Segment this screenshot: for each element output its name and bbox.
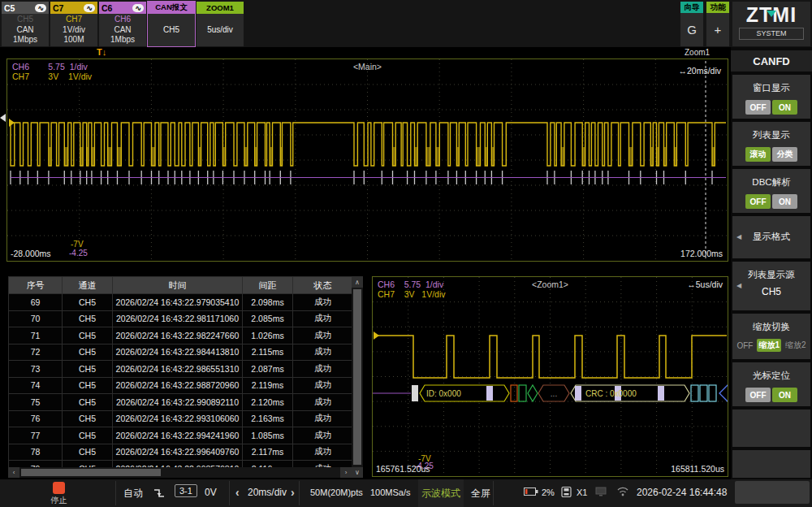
- toggle-option-OFF[interactable]: OFF: [745, 388, 771, 402]
- sidebar-panel-3[interactable]: DBC解析OFFON: [732, 169, 810, 213]
- function-button[interactable]: 功能 +: [706, 2, 729, 46]
- scroll-down-icon[interactable]: ∨: [352, 467, 363, 478]
- table-cell: 77: [9, 427, 63, 444]
- table-cell: CH5: [63, 378, 113, 394]
- table-row[interactable]: 78CH52026/02/24 16:43:22.9964097602.117m…: [9, 444, 352, 462]
- panel-label: 光标定位: [732, 370, 810, 382]
- scroll-right-icon[interactable]: ›: [340, 467, 352, 478]
- toggle-option-ON[interactable]: ON: [772, 194, 797, 209]
- toggle-option-ON[interactable]: ON: [772, 388, 797, 402]
- toggle-option-缩放1[interactable]: 缩放1: [757, 339, 781, 352]
- stop-indicator-icon[interactable]: [53, 482, 65, 494]
- wizard-label: 向导: [680, 2, 703, 13]
- table-cell: 71: [9, 327, 63, 344]
- sidebar-panel-4[interactable]: ◀显示格式: [732, 216, 810, 258]
- wizard-button[interactable]: 向导 G: [680, 2, 703, 46]
- toggle-option-缩放2[interactable]: 缩放2: [784, 339, 808, 352]
- main-ch6-level: -4.25: [69, 249, 88, 258]
- badge-line: CH5: [163, 25, 179, 36]
- table-cell: 2026/02/24 16:43:22.993106060: [113, 411, 243, 427]
- toggle-option-OFF[interactable]: OFF: [745, 194, 771, 209]
- battery-icon: [524, 487, 538, 496]
- table-header-cell: 状态: [293, 277, 352, 293]
- fullscreen-button[interactable]: 全屏: [471, 487, 490, 500]
- table-cell: 2.098ms: [243, 294, 293, 310]
- sidebar-panel-6[interactable]: 缩放切换OFF缩放1缩放2: [732, 314, 810, 359]
- table-row[interactable]: 77CH52026/02/24 16:43:22.9942419601.085m…: [9, 427, 352, 444]
- sidebar-panel-1[interactable]: 窗口显示OFFON: [732, 75, 810, 119]
- trigger-slope-icon[interactable]: [153, 487, 166, 500]
- zoom-waveform-view[interactable]: ID: 0x000...CRC : 0x0000 CH6 5.75 1/div …: [372, 276, 728, 477]
- table-row[interactable]: 72CH52026/02/24 16:43:22.9844138102.115m…: [9, 344, 352, 362]
- table-cell: 成功: [293, 394, 352, 410]
- panel-value: CH5: [732, 286, 810, 297]
- table-hscrollbar[interactable]: ‹ ›: [8, 467, 352, 478]
- main-waveform-canvas: [7, 59, 728, 261]
- trigger-level[interactable]: 0V: [205, 487, 217, 498]
- scroll-left-icon[interactable]: ‹: [8, 467, 19, 478]
- table-row[interactable]: 71CH52026/02/24 16:43:22.9822476601.026m…: [9, 327, 352, 344]
- table-cell: CH5: [63, 344, 113, 361]
- toggle-option-分类[interactable]: 分类: [772, 147, 797, 162]
- toggle-option-OFF[interactable]: OFF: [745, 100, 771, 115]
- panel-label: 显示格式: [732, 231, 810, 243]
- sidebar-panel-empty: [732, 410, 810, 447]
- can-frame-table[interactable]: 序号通道时间间距状态69CH52026/02/24 16:43:22.97903…: [8, 276, 353, 478]
- table-row[interactable]: 73CH52026/02/24 16:43:22.9865513102.087m…: [9, 361, 352, 378]
- table-cell: 成功: [293, 361, 352, 377]
- panel-label: 列表显示源: [732, 269, 810, 281]
- badge-line: 1V/div: [63, 25, 85, 36]
- table-row[interactable]: 70CH52026/02/24 16:43:22.9811710602.085m…: [9, 311, 352, 328]
- datetime: 2026-02-24 16:44:48: [637, 487, 727, 498]
- timebase-next-icon[interactable]: ›: [291, 486, 295, 499]
- hscroll-thumb[interactable]: [21, 469, 161, 476]
- scope-mode-button[interactable]: 示波模式: [418, 479, 464, 507]
- channel-badge-CAN报文[interactable]: CAN报文CH5: [148, 2, 195, 46]
- table-cell: 2.117ms: [243, 444, 293, 461]
- channel-badge-ZOOM1[interactable]: ZOOM15us/div: [197, 2, 244, 46]
- table-cell: CH5: [63, 444, 113, 461]
- zoom-left-time: 165761.520us: [376, 464, 430, 474]
- table-cell: 75: [9, 394, 63, 410]
- panel-label: 列表显示: [732, 129, 810, 141]
- badge-line: 1Mbps: [13, 35, 37, 46]
- table-cell: 成功: [293, 344, 352, 361]
- trigger-source[interactable]: 3-1: [175, 484, 197, 497]
- table-vscrollbar[interactable]: ∧ ∨: [352, 276, 363, 478]
- zoom1-window-tag: Zoom1: [685, 48, 710, 57]
- toggle-option-ON[interactable]: ON: [772, 100, 797, 115]
- table-row[interactable]: 75CH52026/02/24 16:43:22.9908921102.120m…: [9, 394, 352, 411]
- sidebar-panel-2[interactable]: 列表显示滚动分类: [732, 122, 810, 166]
- table-row[interactable]: 76CH52026/02/24 16:43:22.9931060602.163m…: [9, 411, 352, 428]
- wifi-icon: [616, 486, 629, 496]
- sine-wave-icon: ∿: [84, 4, 95, 12]
- channel-badge-C6[interactable]: C6∿CH6CAN1Mbps: [99, 2, 146, 46]
- battery-percent: 2%: [542, 488, 555, 497]
- waveform-left-handle-icon[interactable]: [0, 114, 6, 122]
- sidebar-panel-7[interactable]: 光标定位OFFON: [732, 362, 810, 406]
- channel-badge-C5[interactable]: C5∿CH5CAN1Mbps: [2, 2, 49, 46]
- table-row[interactable]: 69CH52026/02/24 16:43:22.9790354102.098m…: [9, 294, 352, 311]
- badge-label: C7: [53, 3, 63, 13]
- timebase-value[interactable]: 20ms/div: [248, 487, 287, 498]
- sidebar-panel-5[interactable]: ◀列表显示源CH5: [732, 262, 810, 310]
- table-cell: CH5: [63, 327, 113, 344]
- timebase-prev-icon[interactable]: ‹: [235, 486, 240, 499]
- sine-wave-icon: ∿: [35, 4, 46, 12]
- table-cell: 2.163ms: [243, 411, 293, 427]
- table-row[interactable]: 74CH52026/02/24 16:43:22.9887209602.119m…: [9, 378, 352, 395]
- toggle-option-OFF[interactable]: OFF: [735, 339, 754, 352]
- table-cell: CH5: [63, 394, 113, 410]
- channel-badge-C7[interactable]: C7∿CH71V/div100M: [50, 2, 97, 46]
- panel-back-icon[interactable]: ◀: [736, 282, 741, 289]
- monitor-icon: [595, 487, 607, 497]
- panel-back-icon[interactable]: ◀: [736, 233, 741, 240]
- acquisition-mode[interactable]: 自动: [123, 487, 143, 500]
- brand-name: ZTMI: [746, 3, 797, 26]
- vscroll-thumb[interactable]: [353, 289, 361, 465]
- main-waveform-view[interactable]: CH6 5.75 1/div CH7 3V 1V/div <Main> ↔20m…: [6, 58, 728, 262]
- scroll-up-icon[interactable]: ∧: [352, 276, 363, 288]
- toggle-option-滚动[interactable]: 滚动: [745, 147, 771, 162]
- badge-label: CAN报文: [155, 2, 188, 13]
- trigger-position-marker[interactable]: T↓: [97, 47, 106, 57]
